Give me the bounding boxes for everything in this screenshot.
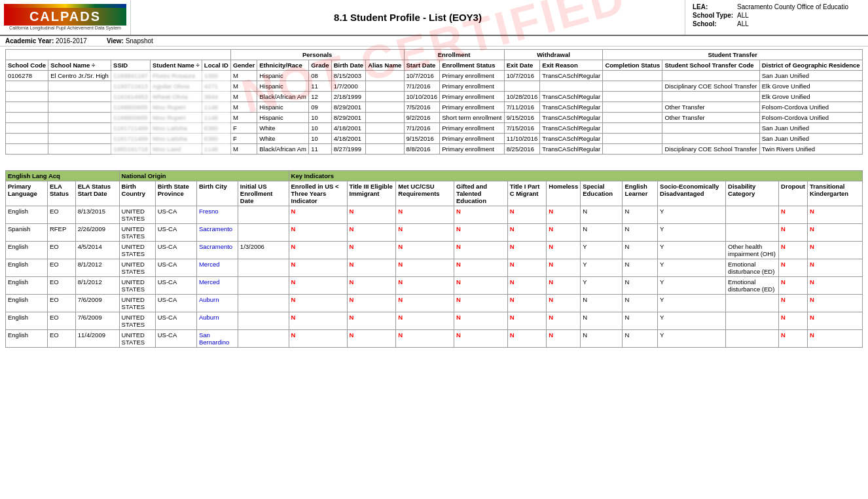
academic-year-group: Academic Year: 2016-2017 <box>5 37 87 45</box>
view-group: View: Snapshot <box>107 37 153 45</box>
table-row: 0106278El Centro Jr./Sr. High1188841197F… <box>6 71 863 81</box>
ela-table-body: EnglishEO8/13/2015UNITED STATESUS-CAFres… <box>6 206 863 348</box>
ela-section-header-row: English Lang Acq National Origin Key Ind… <box>6 171 863 181</box>
ela-column-header-row: Primary Language ELA Status ELA Status S… <box>6 181 863 206</box>
col-exit-reason: Exit Reason <box>540 60 603 71</box>
table-row: SpanishRFEP2/26/2009UNITED STATESUS-CASa… <box>6 224 863 242</box>
table-row: 1190711613Aguilar Olivia4271MHispanic111… <box>6 81 863 92</box>
col-title3: Title III Eligible Immigrant <box>347 181 396 206</box>
table-row: EnglishEO7/6/2009UNITED STATESUS-CAAubur… <box>6 295 863 312</box>
table-row: EnglishEO4/5/2014UNITED STATESUS-CASacra… <box>6 242 863 259</box>
personals-header: Personals <box>230 50 404 60</box>
table-row: 1191711489Niou Latisha6380FWhite104/18/2… <box>6 134 863 144</box>
col-special-ed: Special Education <box>581 181 623 206</box>
ela-table: English Lang Acq National Origin Key Ind… <box>5 170 863 348</box>
withdrawal-header: Withdrawal <box>504 50 603 60</box>
col-el: English Learner <box>623 181 658 206</box>
section1: Personals Enrollment Withdrawal Student … <box>0 46 868 157</box>
transfer-header: Student Transfer <box>603 50 863 60</box>
col-school-name: School Name ÷ <box>48 60 111 71</box>
empty-section <box>6 50 231 60</box>
table-row: 1191614953Wheat Olivia3844MBlack/African… <box>6 92 863 102</box>
col-disability: Disability Category <box>726 181 779 206</box>
table-row: 1191711489Niou Latisha6380FWhite104/18/2… <box>6 123 863 134</box>
info-row: Academic Year: 2016-2017 View: Snapshot <box>0 36 868 46</box>
col-enrolled-us-3yr: Enrolled in US < Three Years Indicator <box>289 181 347 206</box>
table-row: 1198800655Niou Rupert1148MHispanic108/29… <box>6 113 863 123</box>
enrollment-table: Personals Enrollment Withdrawal Student … <box>5 49 863 155</box>
col-socio-econ: Socio-Economically Disadvantaged <box>658 181 726 206</box>
col-enroll-status: Enrollment Status <box>440 60 505 71</box>
table-row: EnglishEO11/4/2009UNITED STATESUS-CASan … <box>6 330 863 348</box>
col-school-code: School Code <box>6 60 48 71</box>
col-transfer-code: Student School Transfer Code <box>662 60 759 71</box>
column-header-row: School Code School Name ÷ SSID Student N… <box>6 60 863 71</box>
page-title: 8.1 Student Profile - List (EOY3) <box>131 0 685 35</box>
col-initial-us-enroll: Initial US Enrollment Date <box>238 181 289 206</box>
school-type-label: School Type: <box>691 11 735 20</box>
lea-label: LEA: <box>691 3 735 11</box>
col-gender: Gender <box>230 60 257 71</box>
table-row: EnglishEO7/6/2009UNITED STATESUS-CAAubur… <box>6 312 863 330</box>
enrollment-header: Enrollment <box>404 50 504 60</box>
key-indicators-header: Key Indicators <box>289 171 862 181</box>
col-birth-city: Birth City <box>196 181 238 206</box>
col-alias: Alias Name <box>366 60 404 71</box>
col-completion: Completion Status <box>603 60 662 71</box>
academic-year-value: 2016-2017 <box>56 37 87 45</box>
col-birth-date: Birth Date <box>331 60 366 71</box>
col-dropout: Dropout <box>779 181 808 206</box>
lea-value: Sacramento County Office of Educatio <box>735 3 850 11</box>
ela-section-header: English Lang Acq <box>6 171 120 181</box>
table-row: EnglishEO8/1/2012UNITED STATESUS-CAMerce… <box>6 277 863 295</box>
header-meta: LEA: Sacramento County Office of Educati… <box>685 0 868 35</box>
school-type-value: ALL <box>735 11 850 20</box>
col-grade: Grade <box>309 60 332 71</box>
section2: English Lang Acq National Origin Key Ind… <box>0 168 868 350</box>
col-homeless: Homeless <box>547 181 581 206</box>
col-birth-country: Birth Country <box>119 181 155 206</box>
table-row: 1198800655Niou Rupert1148MHispanic098/29… <box>6 102 863 113</box>
logo-subtitle: California Longitudinal Pupil Achievemen… <box>9 26 121 31</box>
col-geo-residence: District of Geographic Residence <box>759 60 862 71</box>
col-start-date: Start Date <box>404 60 440 71</box>
col-birth-state: Birth State Province <box>155 181 196 206</box>
school-value: ALL <box>735 20 850 28</box>
col-ela-status: ELA Status <box>47 181 75 206</box>
table-row: EnglishEO8/13/2015UNITED STATESUS-CAFres… <box>6 206 863 224</box>
col-student-name: Student Name ÷ <box>150 60 202 71</box>
section-header-row: Personals Enrollment Withdrawal Student … <box>6 50 863 60</box>
table-row: 1885191718Niou Laed1148MBlack/African Am… <box>6 144 863 155</box>
logo-area: CALPADS California Longitudinal Pupil Ac… <box>0 0 131 35</box>
col-trans-kinder: Transitional Kindergarten <box>808 181 863 206</box>
col-exit-date: Exit Date <box>504 60 540 71</box>
enrollment-table-body: 0106278El Centro Jr./Sr. High1188841197F… <box>6 71 863 155</box>
col-title1-migrant: Title I Part C Migrant <box>507 181 547 206</box>
col-ethnicity: Ethnicity/Race <box>257 60 309 71</box>
col-uc-csu: Met UC/CSU Requirements <box>396 181 454 206</box>
logo-title: CALPADS <box>4 8 126 26</box>
table-row: EnglishEO8/1/2012UNITED STATESUS-CAMerce… <box>6 259 863 277</box>
col-gifted: Gifted and Talented Education <box>454 181 508 206</box>
academic-year-label: Academic Year: <box>5 37 54 45</box>
view-label: View: <box>107 37 124 45</box>
view-value: Snapshot <box>126 37 153 45</box>
school-label: School: <box>691 20 735 28</box>
col-ssid: SSID <box>111 60 151 71</box>
calpads-logo: CALPADS California Longitudinal Pupil Ac… <box>3 3 128 32</box>
page-container: NOT CERTIFIED CALPADS California Longitu… <box>0 0 868 350</box>
national-origin-header: National Origin <box>119 171 289 181</box>
col-primary-lang: Primary Language <box>6 181 48 206</box>
col-ela-start: ELA Status Start Date <box>75 181 119 206</box>
col-local-id: Local ID <box>202 60 230 71</box>
header: CALPADS California Longitudinal Pupil Ac… <box>0 0 868 36</box>
